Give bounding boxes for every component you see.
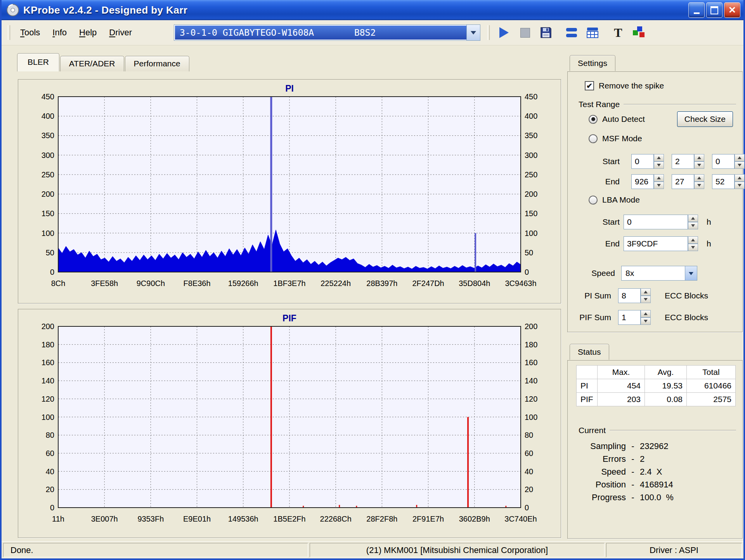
svg-text:200: 200 (42, 322, 54, 331)
spin-down-icon[interactable] (654, 182, 664, 189)
spinner-arrows (694, 154, 704, 169)
auto-detect-label: Auto Detect (602, 114, 645, 124)
svg-text:200: 200 (525, 322, 537, 331)
spin-up-icon[interactable] (654, 154, 664, 161)
pi-sum-value[interactable]: 8 (618, 288, 641, 303)
grid-view-button[interactable] (583, 23, 602, 42)
toolbar-grip[interactable] (487, 25, 490, 40)
chevron-down-icon[interactable] (685, 266, 697, 280)
msf-mode-label: MSF Mode (602, 134, 642, 143)
msf-end-sec-value[interactable]: 27 (672, 174, 694, 189)
current-row-label: Progress (568, 491, 626, 504)
svg-text:140: 140 (42, 376, 54, 385)
pif-sum-spinner[interactable]: 1 (618, 310, 651, 325)
status-panel: Max. Avg. Total PI 454 19.53 610466 PIF … (567, 360, 743, 539)
spin-down-icon[interactable] (641, 317, 651, 325)
svg-text:100: 100 (525, 229, 537, 238)
color-graph-button[interactable] (629, 23, 649, 42)
msf-end-min-spinner[interactable]: 926 (631, 174, 664, 189)
lba-start-value[interactable]: 0 (624, 215, 688, 229)
speed-select[interactable]: 8x (621, 266, 697, 281)
tab-status[interactable]: Status (570, 344, 609, 360)
tab-settings[interactable]: Settings (570, 55, 615, 71)
chevron-down-icon[interactable] (466, 25, 480, 40)
spin-up-icon[interactable] (735, 154, 745, 161)
menu-driver[interactable]: Driver (103, 25, 138, 40)
pi-sum-spinner[interactable]: 8 (618, 288, 651, 303)
lba-end-spinner[interactable]: 3F9CDF (624, 236, 698, 251)
lba-start-spinner[interactable]: 0 (624, 215, 698, 229)
dash: - (626, 465, 640, 478)
spin-down-icon[interactable] (735, 161, 745, 169)
svg-text:3C740Eh: 3C740Eh (504, 515, 537, 523)
current-header: Current (579, 426, 736, 435)
svg-text:180: 180 (525, 340, 537, 349)
table-header: Max. (598, 366, 645, 379)
window-controls: ✕ (688, 2, 740, 18)
msf-start-frame-value[interactable]: 0 (712, 154, 735, 169)
start-scan-button[interactable] (494, 23, 514, 42)
pi-chart-panel: PI 0050501001001501502002002502503003003… (18, 79, 561, 303)
msf-end-frame-spinner[interactable]: 52 (712, 174, 745, 189)
svg-text:140: 140 (525, 376, 537, 385)
table-header-row: Max. Avg. Total (577, 366, 736, 379)
msf-start-row: Start 0 2 0 (568, 154, 742, 169)
spin-up-icon[interactable] (641, 288, 651, 296)
current-row-value: 232962 (640, 440, 668, 453)
maximize-button[interactable] (706, 2, 722, 18)
minimize-button[interactable] (688, 2, 705, 18)
msf-start-sec-value[interactable]: 2 (672, 154, 694, 169)
spin-up-icon[interactable] (688, 236, 698, 244)
spin-up-icon[interactable] (654, 174, 664, 182)
svg-text:22268Ch: 22268Ch (320, 515, 352, 523)
spinner-arrows (641, 288, 651, 303)
msf-start-min-value[interactable]: 0 (631, 154, 654, 169)
spin-up-icon[interactable] (694, 154, 704, 161)
msf-end-min-value[interactable]: 926 (631, 174, 654, 189)
lba-mode-label: LBA Mode (602, 195, 640, 205)
toolbar-grip[interactable] (8, 25, 10, 40)
close-button[interactable]: ✕ (724, 2, 740, 18)
spin-down-icon[interactable] (688, 222, 698, 229)
lba-end-value[interactable]: 3F9CDF (624, 236, 688, 251)
tab-bler[interactable]: BLER (17, 53, 59, 71)
spin-up-icon[interactable] (735, 174, 745, 182)
msf-mode-radio[interactable] (589, 134, 598, 143)
msf-end-frame-value[interactable]: 52 (712, 174, 735, 189)
spin-down-icon[interactable] (735, 182, 745, 189)
chart-view-button[interactable] (562, 23, 581, 42)
spin-up-icon[interactable] (641, 310, 651, 317)
remove-spike-checkbox[interactable]: ✔ (585, 81, 594, 90)
stop-scan-button[interactable] (515, 23, 535, 42)
auto-detect-radio[interactable] (589, 115, 598, 124)
spin-down-icon[interactable] (694, 182, 704, 189)
tab-ater-ader[interactable]: ATER/ADER (60, 56, 124, 71)
spin-up-icon[interactable] (694, 174, 704, 182)
svg-text:100: 100 (42, 229, 54, 238)
svg-text:11h: 11h (52, 515, 64, 523)
svg-text:1BF3E7h: 1BF3E7h (273, 279, 305, 288)
lba-mode-radio[interactable] (589, 196, 598, 205)
test-tool-button[interactable]: T (608, 23, 628, 42)
current-sampling-row: Sampling - 232962 (568, 440, 742, 453)
spin-down-icon[interactable] (688, 244, 698, 251)
msf-end-sec-spinner[interactable]: 27 (672, 174, 704, 189)
msf-start-min-spinner[interactable]: 0 (631, 154, 664, 169)
menu-info[interactable]: Info (46, 25, 73, 40)
spin-down-icon[interactable] (641, 296, 651, 303)
spin-down-icon[interactable] (694, 161, 704, 169)
svg-text:28B397h: 28B397h (366, 279, 397, 288)
msf-start-sec-spinner[interactable]: 2 (672, 154, 704, 169)
msf-start-frame-spinner[interactable]: 0 (712, 154, 745, 169)
drive-select[interactable]: 3-0-1-0 GIGABYTEGO-W1608A B8S2 (174, 24, 480, 41)
menu-help[interactable]: Help (73, 25, 103, 40)
spin-up-icon[interactable] (688, 215, 698, 222)
check-size-button[interactable]: Check Size (677, 111, 733, 127)
spin-down-icon[interactable] (654, 161, 664, 169)
current-position-row: Position - 4168914 (568, 478, 742, 491)
menu-tools[interactable]: Tools (14, 25, 46, 40)
pif-sum-value[interactable]: 1 (618, 310, 641, 325)
save-button[interactable] (536, 23, 556, 42)
grid-icon (586, 27, 599, 38)
tab-performance[interactable]: Performance (125, 56, 189, 71)
